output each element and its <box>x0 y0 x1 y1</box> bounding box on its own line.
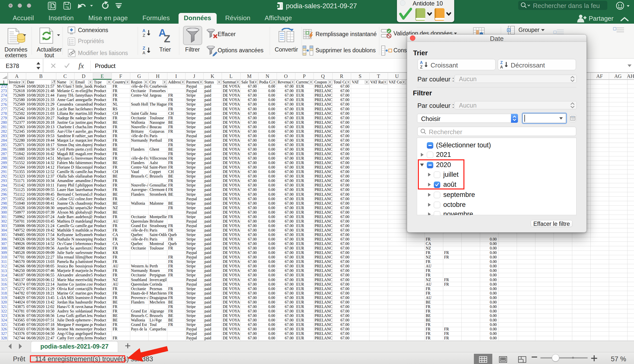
svg-text:x: x <box>277 4 279 8</box>
svg-text:A: A <box>500 65 503 69</box>
svg-text:Z: Z <box>420 65 422 69</box>
svg-text:Z: Z <box>143 46 145 50</box>
svg-text:A: A <box>420 60 423 65</box>
svg-text:A: A <box>142 50 146 55</box>
svg-text:fx: fx <box>78 62 84 70</box>
svg-text:Z: Z <box>143 33 145 38</box>
svg-text:A: A <box>142 28 146 33</box>
svg-text:Z: Z <box>500 60 503 65</box>
svg-text:Z: Z <box>164 33 170 43</box>
